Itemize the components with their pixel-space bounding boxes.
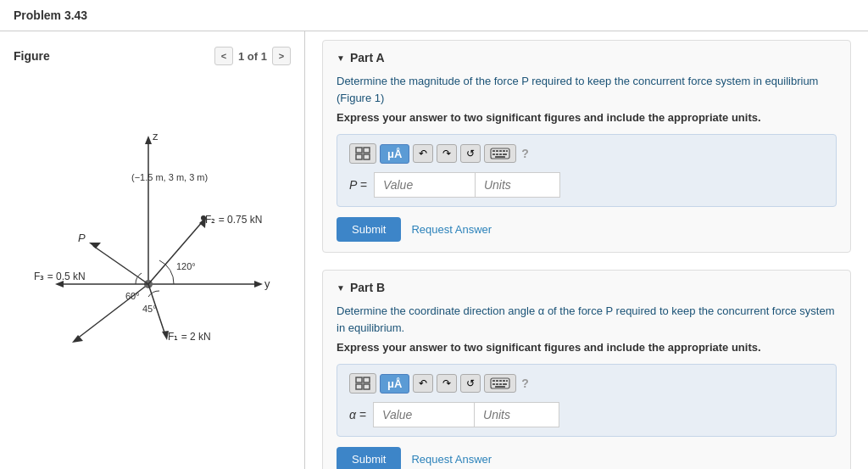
svg-rect-30: [364, 154, 370, 159]
undo-button-a[interactable]: ↶: [413, 144, 433, 163]
svg-text:(−1.5 m, 3 m, 3 m): (−1.5 m, 3 m, 3 m): [131, 172, 208, 182]
redo-button-b[interactable]: ↷: [437, 374, 457, 393]
svg-text:120°: 120°: [176, 261, 196, 271]
svg-rect-37: [492, 154, 495, 155]
svg-rect-34: [499, 150, 502, 152]
matrix-button-a[interactable]: [349, 143, 376, 164]
part-b-value-input[interactable]: [373, 402, 475, 427]
right-panel: ▼ Part A Determine the magnitude of the …: [305, 31, 868, 469]
part-b-input-row: α =: [349, 402, 824, 427]
collapse-a-icon[interactable]: ▼: [337, 53, 345, 63]
part-a-value-input[interactable]: [374, 172, 476, 198]
svg-text:z: z: [153, 130, 159, 142]
svg-marker-7: [72, 335, 83, 343]
svg-rect-49: [499, 380, 502, 382]
submit-button-b[interactable]: Submit: [337, 447, 401, 469]
svg-text:60°: 60°: [125, 291, 140, 301]
svg-text:y: y: [264, 277, 270, 290]
next-button[interactable]: >: [272, 47, 291, 65]
svg-rect-35: [503, 150, 505, 152]
svg-text:F₁ = 2 kN: F₁ = 2 kN: [168, 331, 211, 343]
keyboard-button-a[interactable]: [484, 144, 516, 163]
svg-rect-43: [364, 377, 370, 382]
page-indicator: 1 of 1: [238, 50, 267, 63]
figure-diagram: z y x F₂ = 0.75 kN (−1.5 m,: [0, 72, 304, 360]
svg-marker-25: [89, 243, 101, 248]
svg-line-10: [148, 221, 203, 284]
request-answer-link-b[interactable]: Request Answer: [411, 453, 492, 466]
help-btn-b[interactable]: ?: [521, 377, 529, 390]
svg-marker-1: [145, 136, 152, 144]
svg-rect-54: [499, 383, 502, 385]
svg-rect-44: [356, 384, 362, 389]
part-b-actions: Submit Request Answer: [337, 447, 837, 469]
svg-text:F₃ = 0.5 kN: F₃ = 0.5 kN: [34, 271, 86, 282]
svg-text:45°: 45°: [142, 304, 157, 314]
part-b-formula-box: μÅ ↶ ↷ ↺: [337, 364, 837, 437]
svg-rect-47: [492, 380, 495, 382]
svg-text:x: x: [66, 340, 72, 343]
refresh-button-b[interactable]: ↺: [460, 374, 481, 393]
svg-rect-51: [506, 380, 508, 382]
svg-rect-45: [364, 384, 370, 389]
part-b-instruction: Express your answer to two significant f…: [337, 341, 837, 354]
submit-button-a[interactable]: Submit: [337, 217, 401, 242]
part-a-input-label: P =: [349, 178, 367, 192]
svg-rect-36: [506, 150, 508, 152]
figure-nav: < 1 of 1 >: [214, 47, 291, 65]
help-btn-a[interactable]: ?: [521, 147, 529, 160]
prev-button[interactable]: <: [214, 47, 233, 65]
part-b-input-label: α =: [349, 408, 366, 422]
svg-rect-40: [503, 154, 507, 155]
svg-point-13: [201, 215, 206, 221]
svg-rect-52: [492, 383, 495, 385]
part-b-description: Determine the coordinate direction angle…: [337, 303, 837, 336]
svg-rect-56: [495, 386, 505, 388]
svg-rect-29: [356, 154, 362, 159]
svg-rect-42: [356, 377, 362, 382]
undo-button-b[interactable]: ↶: [413, 374, 433, 393]
keyboard-button-b[interactable]: [484, 374, 516, 393]
part-b-units-input[interactable]: [475, 402, 559, 427]
svg-line-24: [93, 246, 148, 284]
part-a-input-row: P =: [349, 172, 824, 198]
refresh-button-a[interactable]: ↺: [460, 144, 481, 163]
part-b-label: Part B: [350, 281, 385, 294]
part-b-toolbar: μÅ ↶ ↷ ↺: [349, 373, 824, 394]
svg-rect-32: [492, 150, 495, 152]
matrix-button-b[interactable]: [349, 373, 376, 394]
part-a-label: Part A: [350, 51, 385, 64]
svg-rect-50: [503, 380, 505, 382]
svg-rect-41: [495, 156, 505, 158]
page-title: Problem 3.43: [0, 0, 868, 31]
part-a-actions: Submit Request Answer: [337, 217, 837, 242]
svg-rect-55: [503, 383, 507, 385]
svg-rect-38: [496, 154, 498, 155]
svg-rect-27: [356, 148, 362, 153]
part-a-formula-box: μÅ ↶ ↷ ↺: [337, 134, 837, 207]
part-b-section: ▼ Part B Determine the coordinate direct…: [322, 270, 851, 469]
figure-label: Figure: [14, 49, 50, 63]
svg-rect-33: [496, 150, 498, 152]
svg-rect-53: [496, 383, 498, 385]
mu-button-b[interactable]: μÅ: [380, 374, 409, 394]
collapse-b-icon[interactable]: ▼: [337, 283, 345, 293]
redo-button-a[interactable]: ↷: [437, 144, 457, 163]
svg-marker-4: [254, 281, 263, 288]
request-answer-link-a[interactable]: Request Answer: [411, 223, 492, 236]
part-a-instruction: Express your answer to two significant f…: [337, 111, 837, 124]
svg-rect-39: [499, 154, 502, 155]
part-a-description: Determine the magnitude of the force P r…: [337, 73, 837, 106]
part-a-header: ▼ Part A: [337, 51, 837, 64]
svg-text:F₂ = 0.75 kN: F₂ = 0.75 kN: [205, 214, 262, 226]
left-panel: Figure < 1 of 1 > z y x: [0, 31, 305, 469]
part-a-section: ▼ Part A Determine the magnitude of the …: [322, 40, 851, 253]
svg-rect-48: [496, 380, 498, 382]
part-b-header: ▼ Part B: [337, 281, 837, 294]
part-a-units-input[interactable]: [476, 172, 560, 198]
svg-rect-28: [364, 148, 370, 153]
part-a-toolbar: μÅ ↶ ↷ ↺: [349, 143, 824, 164]
mu-button-a[interactable]: μÅ: [380, 144, 409, 164]
svg-text:P: P: [78, 232, 86, 244]
